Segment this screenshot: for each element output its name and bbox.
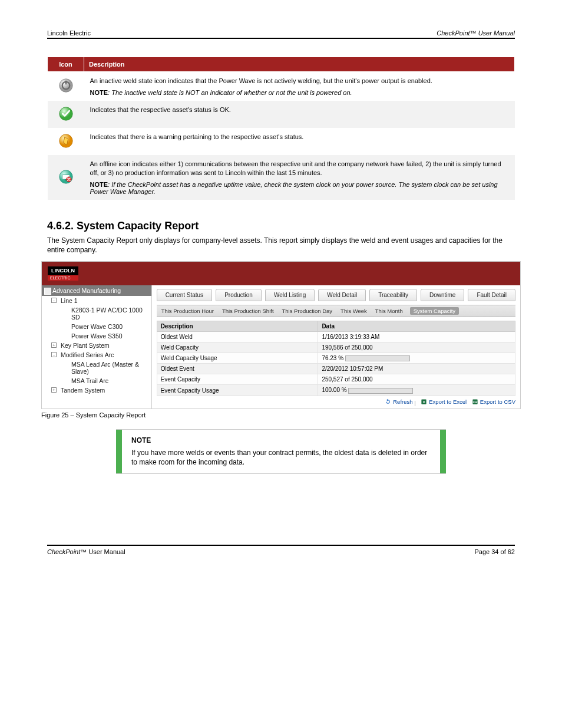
note-body: If you have more welds or events than yo… <box>131 449 427 467</box>
subtab-this-production-shift[interactable]: This Production Shift <box>221 307 275 315</box>
tab-production[interactable]: Production <box>216 289 262 301</box>
grid-cell-data: 76.23 % <box>318 353 515 364</box>
desc-col-header: Description <box>84 57 515 72</box>
grid-actions: Refresh | X Export to Excel csv Export t… <box>157 398 515 406</box>
tree-item-label: K2803-1 PW AC/DC 1000 SD <box>71 307 143 321</box>
header-doc-title: CheckPoint™ User Manual <box>437 29 515 37</box>
grid-row: Weld Capacity190,586 of 250,000 <box>157 342 515 353</box>
tree-toggle[interactable]: - <box>51 298 57 303</box>
tree-item-label: Tandem System <box>61 387 105 394</box>
tab-fault-detail[interactable]: Fault Detail <box>468 289 515 301</box>
tab-weld-detail[interactable]: Weld Detail <box>318 289 366 301</box>
tree-item[interactable]: +Tandem System <box>52 386 151 395</box>
grid-row: Weld Capacity Usage76.23 % <box>157 353 515 364</box>
tree-toggle[interactable]: + <box>51 387 57 393</box>
tree-item[interactable]: +Key Plant System <box>52 341 151 350</box>
tree-item[interactable]: -Line 1 <box>52 296 151 305</box>
tree-item[interactable]: MSA Lead Arc (Master & Slave) <box>63 360 151 376</box>
tree-toggle[interactable]: - <box>51 352 57 357</box>
note-accent-left <box>116 430 122 473</box>
tree-item-label: MSA Lead Arc (Master & Slave) <box>71 361 139 375</box>
grid-row: Event Capacity250,527 of 250,000 <box>157 374 515 385</box>
tree-item[interactable]: Power Wave C300 <box>63 322 151 331</box>
page-footer: CheckPoint™ User Manual Page 34 of 62 <box>47 545 515 555</box>
capacity-grid: Description Data Oldest Weld1/16/2013 3:… <box>157 321 515 396</box>
tree-item[interactable]: MSA Trail Arc <box>63 376 151 386</box>
refresh-link[interactable]: Refresh <box>385 398 412 405</box>
csv-icon: csv <box>472 398 478 405</box>
note-title: NOTE <box>131 436 431 446</box>
grid-cell-data: 1/16/2013 3:19:33 AM <box>318 332 515 342</box>
brand-logo-sub: ELECTRIC <box>48 275 78 281</box>
tree-item-label: MSA Trail Arc <box>71 377 108 384</box>
grid-cell-description: Oldest Event <box>157 364 318 374</box>
footer-doc-title: CheckPoint™ User Manual <box>47 548 125 555</box>
svg-text:X: X <box>423 400 425 404</box>
ok-icon <box>48 101 84 128</box>
section-paragraph: The System Capacity Report only displays… <box>47 236 515 256</box>
tree-item[interactable]: K2803-1 PW AC/DC 1000 SD <box>63 305 151 322</box>
warning-icon <box>48 128 84 155</box>
grid-row: Event Capacity Usage100.00 % <box>157 385 515 396</box>
grid-cell-data: 2/20/2012 10:57:02 PM <box>318 364 515 374</box>
note-accent-right <box>440 430 446 473</box>
subtab-system-capacity[interactable]: System Capacity <box>410 307 459 315</box>
note-box: NOTE If you have more welds or events th… <box>116 429 446 474</box>
export-excel-link[interactable]: X Export to Excel <box>421 398 467 405</box>
header-rule <box>47 38 515 39</box>
grid-cell-description: Weld Capacity <box>157 342 318 353</box>
tree-item[interactable]: -Modified Series Arc <box>52 350 151 360</box>
icon-table-row: Indicates that there is a warning pertai… <box>48 128 515 155</box>
grid-cell-data: 100.00 % <box>318 385 515 396</box>
grid-cell-description: Weld Capacity Usage <box>157 353 318 364</box>
svg-text:csv: csv <box>472 401 477 404</box>
report-tabs: Current StatusProductionWeld ListingWeld… <box>157 289 515 301</box>
tree-item-label: Power Wave C300 <box>71 323 123 330</box>
icon-table-row: An inactive weld state icon indicates th… <box>48 72 515 101</box>
header-company: Lincoln Electric <box>47 29 91 37</box>
tree-item-label: Key Plant System <box>61 342 110 349</box>
icon-table-row: Indicates that the respective asset's st… <box>48 101 515 128</box>
svg-rect-2 <box>65 81 66 85</box>
footer-page-number: Page 34 of 62 <box>474 548 515 555</box>
grid-row: Oldest Weld1/16/2013 3:19:33 AM <box>157 332 515 342</box>
figure-caption: Figure 25 – System Capacity Report <box>41 411 521 419</box>
tree-toggle[interactable]: + <box>51 342 57 348</box>
grid-header-data: Data <box>318 321 515 332</box>
grid-cell-description: Event Capacity <box>157 374 318 385</box>
asset-tree[interactable]: Advanced Manufacturing -Line 1K2803-1 PW… <box>42 285 152 409</box>
page-header: Lincoln Electric CheckPoint™ User Manual <box>47 29 515 39</box>
subtab-this-week[interactable]: This Week <box>339 307 368 315</box>
tree-item-label: Modified Series Arc <box>61 351 114 358</box>
tree-item-label: Power Wave S350 <box>71 332 123 340</box>
icon-description: Indicates that there is a warning pertai… <box>84 128 515 155</box>
report-subtabs: This Production HourThis Production Shif… <box>157 305 515 317</box>
grid-cell-data: 190,586 of 250,000 <box>318 342 515 353</box>
tab-current-status[interactable]: Current Status <box>157 289 212 301</box>
excel-icon: X <box>421 398 427 405</box>
tab-traceability[interactable]: Traceability <box>369 289 417 301</box>
subtab-this-production-hour[interactable]: This Production Hour <box>160 307 215 315</box>
tree-item[interactable]: Power Wave S350 <box>63 331 151 341</box>
grid-cell-data: 250,527 of 250,000 <box>318 374 515 385</box>
icon-description-table: Icon Description An inactive weld state … <box>47 57 515 200</box>
grid-cell-description: Oldest Weld <box>157 332 318 342</box>
icon-description: Indicates that the respective asset's st… <box>84 101 515 128</box>
icon-description: An offline icon indicates either 1) comm… <box>84 155 515 200</box>
icon-table-row: An offline icon indicates either 1) comm… <box>48 155 515 200</box>
tree-root[interactable]: Advanced Manufacturing <box>42 285 151 296</box>
export-csv-link[interactable]: csv Export to CSV <box>472 398 515 405</box>
subtab-this-month[interactable]: This Month <box>374 307 404 315</box>
subtab-this-production-day[interactable]: This Production Day <box>281 307 334 315</box>
grid-header-description: Description <box>157 321 318 332</box>
app-topbar: LINCOLN ELECTRIC <box>42 262 520 285</box>
brand-logo: LINCOLN <box>48 266 78 275</box>
section-heading: 4.6.2. System Capacity Report <box>47 220 515 232</box>
tab-downtime[interactable]: Downtime <box>421 289 464 301</box>
tree-item-label: Line 1 <box>61 297 78 304</box>
offline-icon <box>48 155 84 200</box>
tab-weld-listing[interactable]: Weld Listing <box>265 289 315 301</box>
grid-row: Oldest Event2/20/2012 10:57:02 PM <box>157 364 515 374</box>
grid-cell-description: Event Capacity Usage <box>157 385 318 396</box>
icon-description: An inactive weld state icon indicates th… <box>84 72 515 101</box>
